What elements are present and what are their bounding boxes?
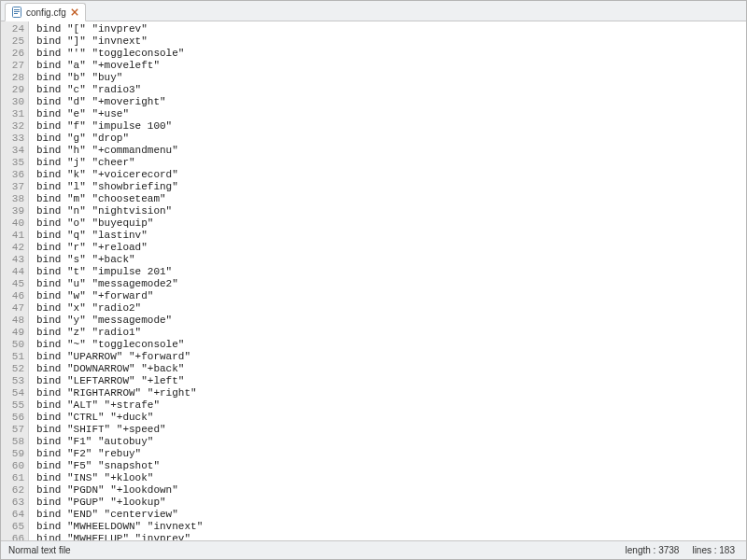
line-number: 40 [1,217,28,230]
code-line[interactable]: bind "[" "invprev" [36,23,746,35]
code-text[interactable]: bind "[" "invprev"bind "]" "invnext"bind… [29,21,746,540]
status-lines: lines : 183 [692,545,735,555]
line-number: 55 [1,399,28,412]
line-number: 38 [1,193,28,205]
status-length: length : 3738 [626,545,680,555]
line-number: 45 [1,278,28,290]
code-line[interactable]: bind "F2" "rebuy" [36,448,746,460]
file-icon [11,7,22,18]
code-line[interactable]: bind "t" "impulse 201" [36,266,746,278]
code-line[interactable]: bind "END" "centerview" [36,509,746,521]
code-line[interactable]: bind "DOWNARROW" "+back" [36,363,746,375]
code-line[interactable]: bind "n" "nightvision" [36,205,746,217]
code-line[interactable]: bind "j" "cheer" [36,157,746,169]
code-line[interactable]: bind "s" "+back" [36,254,746,266]
code-line[interactable]: bind "ALT" "+strafe" [36,399,746,412]
line-number: 61 [1,472,28,484]
code-line[interactable]: bind "x" "radio2" [36,302,746,315]
code-line[interactable]: bind "d" "+moveright" [36,96,746,108]
svg-rect-2 [14,11,20,12]
line-number: 32 [1,120,28,133]
line-number: 29 [1,84,28,96]
line-number: 34 [1,145,28,157]
line-number: 30 [1,96,28,108]
code-line[interactable]: bind "SHIFT" "+speed" [36,424,746,436]
line-number: 63 [1,497,28,509]
line-number-gutter: 2425262728293031323334353637383940414243… [1,21,29,540]
code-line[interactable]: bind "q" "lastinv" [36,230,746,242]
line-number: 57 [1,424,28,436]
code-line[interactable]: bind "PGUP" "+lookup" [36,497,746,509]
code-line[interactable]: bind "PGDN" "+lookdown" [36,484,746,497]
line-number: 49 [1,327,28,339]
status-bar: Normal text file length : 3738 lines : 1… [1,540,746,559]
line-number: 35 [1,157,28,169]
line-number: 58 [1,436,28,448]
code-line[interactable]: bind "e" "+use" [36,108,746,120]
svg-rect-3 [14,13,18,14]
code-line[interactable]: bind "k" "+voicerecord" [36,169,746,181]
svg-rect-1 [14,9,20,10]
line-number: 62 [1,484,28,497]
line-number: 64 [1,509,28,521]
code-line[interactable]: bind "CTRL" "+duck" [36,412,746,424]
line-number: 27 [1,60,28,72]
line-number: 25 [1,35,28,48]
code-line[interactable]: bind "'" "toggleconsole" [36,48,746,60]
line-number: 60 [1,460,28,472]
code-line[interactable]: bind "RIGHTARROW" "+right" [36,387,746,399]
code-line[interactable]: bind "y" "messagemode" [36,315,746,327]
code-line[interactable]: bind "g" "drop" [36,133,746,145]
tab-config-cfg[interactable]: config.cfg [5,3,86,21]
line-number: 31 [1,108,28,120]
tab-strip: config.cfg [1,1,746,21]
line-number: 37 [1,181,28,193]
line-number: 53 [1,375,28,387]
line-number: 47 [1,302,28,315]
line-number: 42 [1,242,28,254]
code-line[interactable]: bind "F1" "autobuy" [36,436,746,448]
line-number: 50 [1,339,28,351]
line-number: 48 [1,315,28,327]
code-line[interactable]: bind "o" "buyequip" [36,217,746,230]
line-number: 28 [1,72,28,84]
line-number: 51 [1,351,28,363]
line-number: 26 [1,48,28,60]
line-number: 52 [1,363,28,375]
code-line[interactable]: bind "~" "toggleconsole" [36,339,746,351]
code-line[interactable]: bind "f" "impulse 100" [36,120,746,133]
code-line[interactable]: bind "a" "+moveleft" [36,60,746,72]
line-number: 39 [1,205,28,217]
code-line[interactable]: bind "r" "+reload" [36,242,746,254]
editor-frame: config.cfg 24252627282930313233343536373… [0,0,747,560]
code-line[interactable]: bind "w" "+forward" [36,290,746,302]
code-line[interactable]: bind "b" "buy" [36,72,746,84]
line-number: 59 [1,448,28,460]
code-line[interactable]: bind "u" "messagemode2" [36,278,746,290]
line-number: 24 [1,23,28,35]
code-line[interactable]: bind "MWHEELDOWN" "invnext" [36,521,746,533]
code-line[interactable]: bind "F5" "snapshot" [36,460,746,472]
code-line[interactable]: bind "]" "invnext" [36,35,746,48]
line-number: 41 [1,230,28,242]
status-right: length : 3738 lines : 183 [626,545,746,555]
line-number: 54 [1,387,28,399]
code-line[interactable]: bind "c" "radio3" [36,84,746,96]
line-number: 65 [1,521,28,533]
code-line[interactable]: bind "LEFTARROW" "+left" [36,375,746,387]
code-line[interactable]: bind "UPARROW" "+forward" [36,351,746,363]
code-line[interactable]: bind "h" "+commandmenu" [36,145,746,157]
line-number: 66 [1,533,28,540]
code-line[interactable]: bind "z" "radio1" [36,327,746,339]
code-line[interactable]: bind "MWHEELUP" "invprev" [36,533,746,540]
code-line[interactable]: bind "m" "chooseteam" [36,193,746,205]
code-line[interactable]: bind "l" "showbriefing" [36,181,746,193]
code-line[interactable]: bind "INS" "+klook" [36,472,746,484]
status-filetype: Normal text file [1,545,71,555]
line-number: 56 [1,412,28,424]
line-number: 36 [1,169,28,181]
line-number: 43 [1,254,28,266]
close-icon[interactable] [70,7,79,17]
code-area[interactable]: 2425262728293031323334353637383940414243… [1,21,746,540]
line-number: 46 [1,290,28,302]
